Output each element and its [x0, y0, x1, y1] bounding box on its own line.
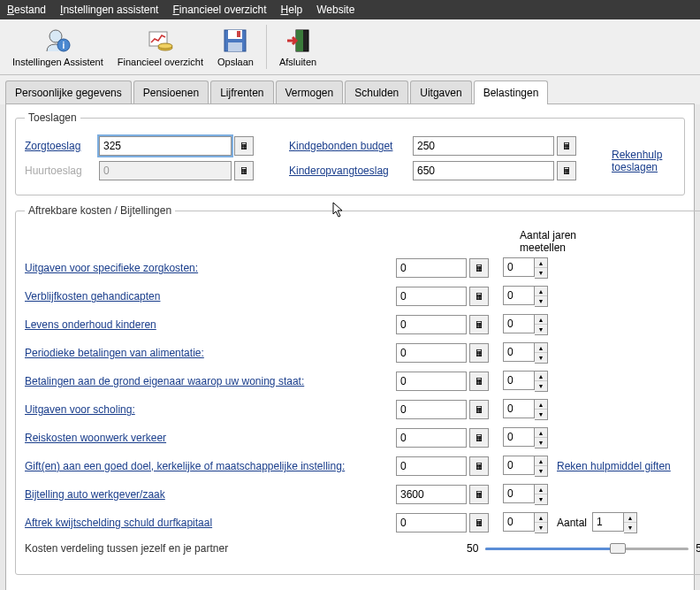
- aftrek-row-label[interactable]: Reiskosten woonwerk verkeer: [25, 432, 396, 444]
- calculator-icon: 🖩: [475, 319, 484, 330]
- calculator-icon: 🖩: [240, 141, 249, 151]
- aftrek-row-calc-button[interactable]: 🖩: [469, 513, 489, 533]
- aftrek-row-value-input[interactable]: [396, 456, 467, 476]
- aftrek-row-label[interactable]: Gift(en) aan een goed doel, kerkelijke o…: [25, 460, 396, 472]
- tab-pensioenen[interactable]: Pensioenen: [133, 80, 209, 104]
- toolbar-financieel-button[interactable]: Financieel overzicht: [112, 25, 209, 69]
- aftrek-row-years-input[interactable]: [503, 427, 535, 447]
- reken-hulpmiddel-giften-link[interactable]: Reken hulpmiddel giften: [557, 460, 671, 472]
- aftrek-row-value-input[interactable]: [396, 343, 467, 363]
- aftrek-row: Uitgaven voor scholing:🖩▲▼: [25, 399, 700, 420]
- aftrek-row-years-input[interactable]: [503, 342, 535, 362]
- spin-up-button[interactable]: ▲: [535, 400, 547, 410]
- spin-down-button[interactable]: ▼: [535, 268, 547, 278]
- kinderopvang-calc-button[interactable]: 🖩: [557, 161, 576, 180]
- aftrek-row-calc-button[interactable]: 🖩: [469, 400, 489, 419]
- spin-up-button[interactable]: ▲: [535, 287, 547, 296]
- aftrek-row-value-input[interactable]: [396, 287, 467, 306]
- aftrek-row-label[interactable]: Uitgaven voor scholing:: [25, 403, 396, 416]
- save-icon: [221, 27, 249, 55]
- menu-website[interactable]: Website: [316, 4, 354, 16]
- spin-down-button[interactable]: ▼: [535, 325, 547, 334]
- zorgtoeslag-link[interactable]: Zorgtoeslag: [25, 140, 99, 152]
- toolbar-afsluiten-button[interactable]: Afsluiten: [274, 25, 322, 69]
- aftrek-row-calc-button[interactable]: 🖩: [469, 315, 489, 334]
- menu-bestand[interactable]: Bestand: [7, 4, 46, 16]
- spin-down-button[interactable]: ▼: [624, 523, 636, 533]
- spin-up-button[interactable]: ▲: [535, 513, 547, 523]
- aftrek-row-calc-button[interactable]: 🖩: [469, 485, 489, 504]
- menu-help[interactable]: Help: [281, 4, 303, 16]
- aftrek-row-calc-button[interactable]: 🖩: [469, 258, 489, 278]
- aftrek-row-calc-button[interactable]: 🖩: [469, 428, 489, 448]
- aftrek-row-value-input[interactable]: [396, 485, 467, 504]
- tab-persoonlijke-gegevens[interactable]: Persoonlijke gegevens: [5, 80, 132, 104]
- aftrek-row-value-input[interactable]: [396, 428, 467, 448]
- spin-down-button[interactable]: ▼: [535, 494, 547, 504]
- spin-down-button[interactable]: ▼: [535, 296, 547, 306]
- aftrek-row: Periodieke betalingen van alimentatie: 🖩…: [25, 342, 700, 364]
- aftrek-row-label[interactable]: Bijtelling auto werkgever/zaak: [25, 488, 396, 501]
- spin-up-button[interactable]: ▲: [624, 513, 636, 523]
- aftrek-row-value-input[interactable]: [396, 400, 467, 419]
- spin-down-button[interactable]: ▼: [535, 466, 547, 476]
- tab-schulden[interactable]: Schulden: [345, 80, 408, 104]
- aftrek-row-calc-button[interactable]: 🖩: [469, 456, 489, 476]
- aftrek-row-years-input[interactable]: [503, 286, 535, 305]
- spin-down-button[interactable]: ▼: [535, 438, 547, 448]
- aftrek-row-value-input[interactable]: [396, 315, 467, 334]
- menu-financieel[interactable]: Financieel overzicht: [172, 4, 266, 16]
- spin-up-button[interactable]: ▲: [535, 343, 547, 353]
- spin-up-button[interactable]: ▲: [535, 258, 547, 268]
- aftrek-row-label[interactable]: Betalingen aan de grond eigenaar waarop …: [25, 375, 396, 387]
- kindgebonden-input[interactable]: [413, 136, 554, 156]
- kosten-slider[interactable]: [485, 542, 689, 555]
- zorgtoeslag-input[interactable]: [99, 136, 232, 156]
- aantal-input[interactable]: [592, 512, 624, 532]
- kindgebonden-link[interactable]: Kindgebonden budget: [289, 140, 413, 152]
- aftrek-row-label[interactable]: Levens onderhoud kinderen: [25, 318, 396, 331]
- tabs: Persoonlijke gegevens Pensioenen Lijfren…: [0, 75, 700, 104]
- spin-down-button[interactable]: ▼: [535, 381, 547, 391]
- huurtoeslag-calc-button[interactable]: 🖩: [234, 161, 254, 180]
- menu-instellingen[interactable]: Instellingen assistent: [60, 4, 158, 16]
- tab-vermogen[interactable]: Vermogen: [276, 80, 344, 104]
- aftrek-row-label[interactable]: Aftrek kwijtschelding schuld durfkapitaa…: [25, 517, 396, 529]
- toolbar-opslaan-button[interactable]: Opslaan: [212, 25, 259, 69]
- aftrek-row-years-input[interactable]: [503, 257, 535, 277]
- spin-up-button[interactable]: ▲: [535, 456, 547, 466]
- aftrek-row-calc-button[interactable]: 🖩: [469, 343, 489, 363]
- aftrek-row-calc-button[interactable]: 🖩: [469, 287, 489, 306]
- aftrek-row-label[interactable]: Uitgaven voor specifieke zorgkosten:: [25, 262, 396, 274]
- toolbar-instellingen-button[interactable]: i Instellingen Assistent: [7, 25, 109, 69]
- aftrek-row-years-input[interactable]: [503, 314, 535, 333]
- aftrek-row-value-input[interactable]: [396, 372, 467, 391]
- kindgebonden-calc-button[interactable]: 🖩: [557, 136, 576, 156]
- aftrek-row-years-input[interactable]: [503, 456, 535, 475]
- huurtoeslag-input: [99, 161, 232, 180]
- rekenhulp-toeslagen-link[interactable]: Rekenhulp toeslagen: [612, 149, 662, 173]
- tab-uitgaven[interactable]: Uitgaven: [410, 80, 471, 104]
- spin-up-button[interactable]: ▲: [535, 315, 547, 325]
- aftrek-row-years-input[interactable]: [503, 484, 535, 503]
- kinderopvang-input[interactable]: [413, 161, 554, 180]
- aftrek-row-label[interactable]: Verblijfkosten gehandicapten: [25, 290, 396, 303]
- aftrek-row-label[interactable]: Periodieke betalingen van alimentatie:: [25, 347, 396, 359]
- calculator-icon: 🖩: [240, 165, 249, 176]
- kinderopvang-link[interactable]: Kinderopvangtoeslag: [289, 165, 413, 177]
- zorgtoeslag-calc-button[interactable]: 🖩: [234, 136, 254, 156]
- spin-up-button[interactable]: ▲: [535, 428, 547, 438]
- spin-up-button[interactable]: ▲: [535, 485, 547, 494]
- aftrek-row-years-input[interactable]: [503, 512, 535, 532]
- aftrek-row-years-input[interactable]: [503, 371, 535, 390]
- spin-up-button[interactable]: ▲: [535, 372, 547, 381]
- tab-lijfrenten[interactable]: Lijfrenten: [210, 80, 273, 104]
- spin-down-button[interactable]: ▼: [535, 353, 547, 363]
- aftrek-row-calc-button[interactable]: 🖩: [469, 372, 489, 391]
- aftrek-row-value-input[interactable]: [396, 513, 467, 533]
- spin-down-button[interactable]: ▼: [535, 410, 547, 419]
- tab-belastingen[interactable]: Belastingen: [474, 80, 549, 104]
- spin-down-button[interactable]: ▼: [535, 523, 547, 533]
- aftrek-row-years-input[interactable]: [503, 399, 535, 418]
- aftrek-row-value-input[interactable]: [396, 258, 467, 278]
